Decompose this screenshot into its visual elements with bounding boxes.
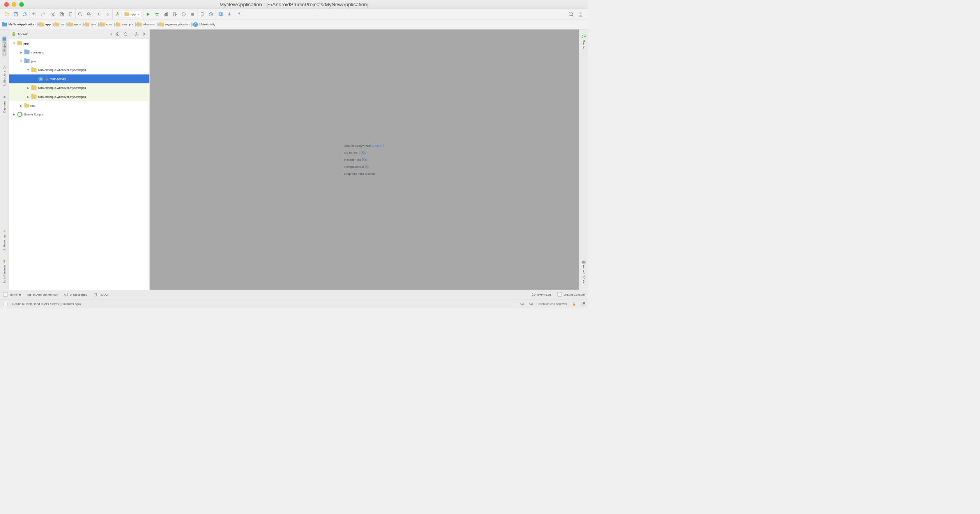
debug-icon[interactable] xyxy=(154,11,160,18)
breadcrumb[interactable]: mynewapplication xyxy=(159,19,193,29)
event-log-icon: 💬 xyxy=(532,293,536,296)
package-icon xyxy=(31,86,36,90)
breadcrumb[interactable]: app xyxy=(39,19,55,29)
back-icon[interactable] xyxy=(96,11,102,18)
build-icon[interactable] xyxy=(114,11,120,18)
sdk-manager-icon[interactable] xyxy=(208,11,214,18)
package-icon xyxy=(31,94,36,99)
tree-label: Gradle Scripts xyxy=(24,113,43,116)
search-icon[interactable] xyxy=(568,11,575,18)
android-icon: 🤖 xyxy=(27,293,31,296)
minimize-button[interactable] xyxy=(12,2,16,7)
paste-icon[interactable] xyxy=(67,11,74,18)
tree-node-java[interactable]: ▼java xyxy=(9,57,150,66)
memory-indicator-icon[interactable] xyxy=(580,302,585,306)
tab-messages[interactable]: 💬0: Messages xyxy=(64,293,87,296)
close-button[interactable] xyxy=(4,2,9,7)
svg-point-8 xyxy=(78,12,81,15)
tab-gradle-console[interactable]: Gradle Console xyxy=(557,292,585,297)
tree-node-manifests[interactable]: ▶manifests xyxy=(9,48,150,57)
chevron-right-icon: ▶ xyxy=(12,113,16,116)
attach-debugger-icon[interactable] xyxy=(172,11,178,18)
svg-point-10 xyxy=(89,14,91,16)
collapse-icon[interactable] xyxy=(123,32,128,37)
hide-icon[interactable] xyxy=(142,32,147,37)
console-icon xyxy=(557,292,562,297)
tree-node-package[interactable]: ▶com.example.whatever.mynewappli xyxy=(9,83,150,92)
stop-icon[interactable] xyxy=(189,11,196,18)
copy-icon[interactable] xyxy=(58,11,65,18)
find-icon[interactable] xyxy=(77,11,83,18)
redo-icon[interactable] xyxy=(40,11,47,18)
user-icon[interactable] xyxy=(577,11,584,18)
lock-icon[interactable]: 🔓 xyxy=(572,302,576,306)
tab-favorites[interactable]: 2: Favorites★ xyxy=(3,229,6,250)
download-icon[interactable] xyxy=(226,11,233,18)
breadcrumb[interactable]: MyNewApplication xyxy=(2,19,39,29)
breadcrumb[interactable]: src xyxy=(55,19,69,29)
cut-icon[interactable] xyxy=(50,11,56,18)
tab-android-model[interactable]: 🤖Android Model xyxy=(582,260,586,284)
svg-rect-13 xyxy=(165,13,166,16)
tab-event-log[interactable]: 💬Event Log xyxy=(532,293,551,296)
save-icon[interactable] xyxy=(12,11,19,18)
tab-build-variants[interactable]: Build Variants▮ xyxy=(3,260,6,283)
open-icon[interactable] xyxy=(4,11,11,18)
replace-icon[interactable] xyxy=(86,11,92,18)
tree-node-package[interactable]: ▶com.example.whatever.mynewappli xyxy=(9,92,150,101)
main-toolbar: app ▼ xyxy=(0,9,588,20)
target-icon[interactable] xyxy=(115,32,120,37)
breadcrumb-label: whatever xyxy=(143,23,156,26)
tab-captures[interactable]: Captures◉ xyxy=(3,96,6,113)
project-view-selector[interactable]: Android ▼ xyxy=(11,32,113,37)
status-bar: Gradle build finished in 21s 519ms (3 mi… xyxy=(0,299,588,308)
help-icon[interactable] xyxy=(236,11,242,18)
svg-point-26 xyxy=(116,32,119,35)
svg-point-18 xyxy=(202,15,202,16)
breadcrumb[interactable]: java xyxy=(85,19,100,29)
run-icon[interactable] xyxy=(145,11,151,18)
star-icon: ★ xyxy=(3,229,6,233)
class-icon: C xyxy=(38,76,43,81)
tab-terminal[interactable]: Terminal xyxy=(3,292,21,297)
tree-node-mainactivity[interactable]: C🔒MainActivity xyxy=(9,74,150,83)
breadcrumb[interactable]: main xyxy=(68,19,85,29)
tab-android-monitor[interactable]: 🤖6: Android Monitor xyxy=(27,293,58,296)
tab-label: TODO xyxy=(99,293,108,296)
layout-inspector-icon[interactable] xyxy=(217,11,224,18)
tree-node-package[interactable]: ▼com.example.whatever.mynewappli xyxy=(9,66,150,74)
tab-gradle[interactable]: Gradle xyxy=(582,35,586,49)
tab-structure[interactable]: 7: Structure⬡ xyxy=(3,66,6,87)
status-context[interactable]: Context: <no context> xyxy=(538,302,567,306)
restart-icon[interactable] xyxy=(180,11,187,18)
breadcrumb[interactable]: whatever xyxy=(137,19,159,29)
editor-area[interactable]: Search Everywhere Double ⇧ Go to File ⇧⌘… xyxy=(150,30,579,290)
tab-todo[interactable]: 📋TODO xyxy=(94,293,108,296)
folder-icon xyxy=(100,23,105,27)
project-tab-icon xyxy=(3,37,6,41)
hint-recent-label: Recent Files xyxy=(344,158,362,161)
tree-node-gradle-scripts[interactable]: ▶Gradle Scripts xyxy=(9,110,150,119)
tree-label: com.example.whatever.mynewappli xyxy=(38,68,86,72)
undo-icon[interactable] xyxy=(31,11,38,18)
maximize-button[interactable] xyxy=(19,2,24,7)
package-icon xyxy=(31,68,36,72)
tab-project[interactable]: 1: Project xyxy=(2,36,6,56)
breadcrumb[interactable]: example xyxy=(116,19,137,29)
module-selector[interactable]: app ▼ xyxy=(123,11,142,18)
breadcrumb[interactable]: CMainActivity xyxy=(193,19,219,29)
class-icon: C xyxy=(193,22,198,27)
tree-node-app[interactable]: ▼app xyxy=(9,39,150,48)
breadcrumb[interactable]: com xyxy=(100,19,116,29)
tree-label: manifests xyxy=(31,50,44,54)
status-toggle-icon[interactable] xyxy=(3,302,7,306)
profile-icon[interactable] xyxy=(163,11,169,18)
folder-icon xyxy=(55,23,59,27)
avd-manager-icon[interactable] xyxy=(199,11,205,18)
svg-rect-0 xyxy=(14,12,18,16)
sync-icon[interactable] xyxy=(21,11,28,18)
forward-icon[interactable] xyxy=(104,11,111,18)
svg-rect-1 xyxy=(15,12,17,14)
gear-icon[interactable] xyxy=(134,32,139,37)
tree-node-res[interactable]: ▶res xyxy=(9,101,150,110)
